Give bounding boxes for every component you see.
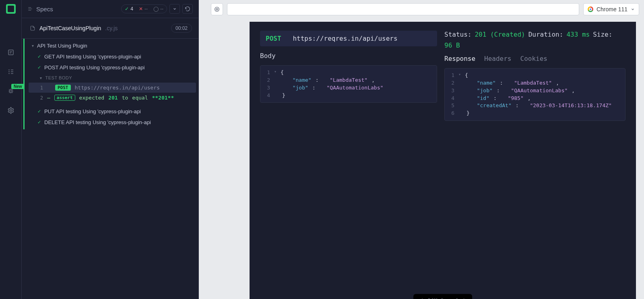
pending-icon: ◯ <box>153 6 159 12</box>
collapse-icon <box>27 6 33 12</box>
pending-count: -- <box>160 6 163 12</box>
svg-point-1 <box>10 90 12 92</box>
status-value: 201 (Created) <box>475 31 525 38</box>
tab-response[interactable]: Response <box>444 55 475 62</box>
icon-rail: New <box>0 0 22 299</box>
svg-point-3 <box>215 7 219 12</box>
request-url: https://reqres.in/api/users <box>293 35 397 42</box>
selector-playground-button[interactable] <box>211 3 223 15</box>
reporter-panel: Specs ✓ 4 ✕ -- ◯ -- ApiTestCaseUsi <box>22 0 199 299</box>
request-body-box: 1▾{ 2 "name": "LambdaTest", 3 "job": "QA… <box>260 65 437 103</box>
assert-badge: assert <box>54 95 75 101</box>
svg-point-2 <box>10 110 12 112</box>
tests-tree: ▾ API Test Using Plugin ✓ GET API testin… <box>23 39 198 129</box>
pass-check-icon: ✓ <box>125 6 129 12</box>
test-row-delete[interactable]: ✓ DELETE API testing Using 'cypress-plug… <box>29 117 196 128</box>
code-line: 3 "job": "QAAutomationLabs" <box>264 84 433 92</box>
svg-point-4 <box>216 8 218 10</box>
response-tabs: Response Headers Cookies <box>444 55 625 62</box>
chevron-down-icon <box>173 7 177 11</box>
tab-headers[interactable]: Headers <box>484 55 511 62</box>
resize-gutter[interactable] <box>199 0 206 299</box>
target-icon <box>214 6 220 12</box>
response-status-line: Status: 201 (Created) Duration: 433 ms S… <box>444 31 625 49</box>
code-line: 2 "name": "LambdaTest", <box>449 79 621 87</box>
spec-file-ext: .cy.js <box>105 25 118 31</box>
code-line: 5 "createdAt": "2023-03-14T16:13:18.174Z… <box>449 102 621 110</box>
code-line: 3 "job": "QAAutomationLabs", <box>449 87 621 95</box>
specs-icon[interactable] <box>7 48 15 56</box>
chrome-icon <box>588 6 593 12</box>
spec-file-row[interactable]: ApiTestCaseUsingPlugin.cy.js 00:02 <box>22 18 198 39</box>
request-method: POST <box>266 35 281 42</box>
request-bar: POST https://reqres.in/api/users <box>260 31 437 46</box>
reporter-header: Specs ✓ 4 ✕ -- ◯ -- <box>22 0 198 18</box>
file-icon <box>30 25 35 31</box>
url-input[interactable] <box>227 3 579 15</box>
check-icon: ✓ <box>37 65 41 70</box>
command-row-assert[interactable]: 2 – assert expected 201 to equal **201** <box>29 93 196 103</box>
browser-selector[interactable]: Chrome 111 <box>583 3 639 15</box>
collapse-caret-icon[interactable]: ▾ <box>458 72 461 79</box>
options-chevron-button[interactable] <box>169 4 180 14</box>
duration-value: 433 ms <box>566 31 590 38</box>
code-line: 6} <box>449 110 621 117</box>
size-value: 96 B <box>444 42 460 49</box>
fail-x-icon: ✕ <box>139 6 143 12</box>
settings-icon[interactable] <box>7 106 15 114</box>
cypress-logo-icon[interactable] <box>6 4 16 14</box>
reload-button[interactable] <box>182 4 193 14</box>
test-row-put[interactable]: ✓ PUT API testing Using 'cypress-plugin-… <box>29 106 196 117</box>
describe-row[interactable]: ▾ API Test Using Plugin <box>29 40 196 51</box>
command-url: https://reqres.in/api/users <box>75 85 160 91</box>
specs-title[interactable]: Specs <box>27 6 53 12</box>
code-line: 1▾{ <box>264 69 433 77</box>
response-column: Status: 201 (Created) Duration: 433 ms S… <box>444 31 625 290</box>
spec-duration: 00:02 <box>171 24 192 33</box>
stats-pill: ✓ 4 ✕ -- ◯ -- <box>121 4 167 13</box>
test-body-label[interactable]: ▾ TEST BODY <box>29 73 196 83</box>
fail-count: -- <box>144 6 148 12</box>
code-line: 4 "id": "985", <box>449 95 621 102</box>
code-line: 1▾{ <box>449 72 621 79</box>
response-body-box: 1▾{ 2 "name": "LambdaTest", 3 "job": "QA… <box>444 68 625 121</box>
check-icon: ✓ <box>37 120 41 125</box>
dom-snapshot-pill[interactable]: DOM Snapshot <box>413 294 472 299</box>
chevron-down-icon: ▾ <box>32 44 34 48</box>
new-badge: New <box>11 84 25 89</box>
test-row-post[interactable]: ✓ POST API testing Using 'cypress-plugin… <box>29 62 196 73</box>
runs-icon[interactable] <box>7 68 15 76</box>
spec-file-name: ApiTestCaseUsingPlugin <box>39 25 101 31</box>
method-badge: POST <box>55 85 71 91</box>
command-row-post[interactable]: 1 POST https://reqres.in/api/users <box>29 83 196 93</box>
body-label: Body <box>260 52 437 60</box>
request-column: POST https://reqres.in/api/users Body 1▾… <box>260 31 437 290</box>
chevron-down-icon: ▾ <box>40 76 42 80</box>
svg-rect-0 <box>8 50 13 55</box>
collapse-caret-icon[interactable]: ▾ <box>274 69 277 77</box>
code-line: 2 "name": "LambdaTest", <box>264 77 433 84</box>
code-line: 4} <box>264 92 433 100</box>
chevron-down-icon <box>631 7 635 11</box>
tab-cookies[interactable]: Cookies <box>520 55 547 62</box>
test-row-get[interactable]: ✓ GET API testing Using 'cypress-plugin-… <box>29 51 196 62</box>
test-stats: ✓ 4 ✕ -- ◯ -- <box>121 4 193 14</box>
aut-frame: POST https://reqres.in/api/users Body 1▾… <box>250 22 636 299</box>
reload-icon <box>185 6 190 12</box>
check-icon: ✓ <box>37 109 41 114</box>
check-icon: ✓ <box>37 54 41 59</box>
pass-count: 4 <box>130 6 133 12</box>
url-toolbar: Chrome 111 <box>206 0 644 19</box>
app-preview-area: Chrome 111 POST https://reqres.in/api/us… <box>206 0 644 299</box>
